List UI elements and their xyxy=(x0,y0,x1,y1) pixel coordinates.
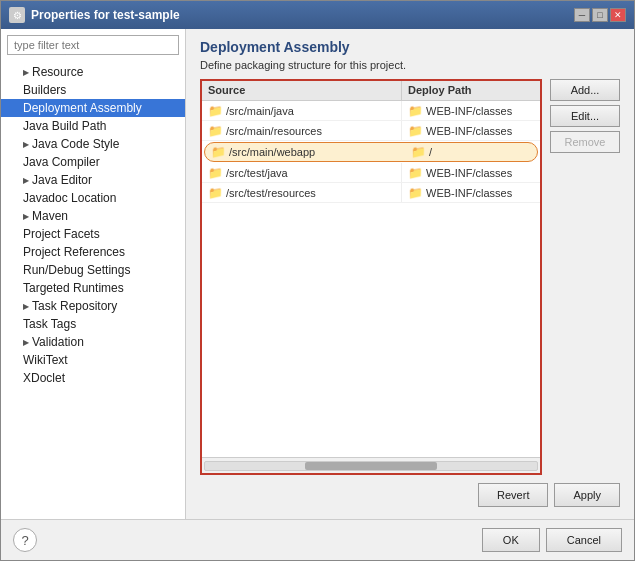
expand-arrow-maven: ▶ xyxy=(23,212,29,221)
folder-icon: 📁 xyxy=(411,145,426,159)
sidebar-item-run-debug-settings[interactable]: Run/Debug Settings xyxy=(1,261,185,279)
tree-area: ▶ Resource Builders Deployment Assembly … xyxy=(1,61,185,519)
sidebar-item-deployment-assembly[interactable]: Deployment Assembly xyxy=(1,99,185,117)
table-row[interactable]: 📁 /src/test/java 📁 WEB-INF/classes xyxy=(202,163,540,183)
table-with-buttons: Source Deploy Path 📁 /src/main/java xyxy=(200,79,620,475)
deploy-value: WEB-INF/classes xyxy=(426,125,512,137)
source-value: /src/main/resources xyxy=(226,125,322,137)
filter-input[interactable] xyxy=(7,35,179,55)
sidebar-item-java-compiler[interactable]: Java Compiler xyxy=(1,153,185,171)
table-container: Source Deploy Path 📁 /src/main/java xyxy=(200,79,620,509)
table-row[interactable]: 📁 /src/main/java 📁 WEB-INF/classes xyxy=(202,101,540,121)
sidebar-item-xdoclet[interactable]: XDoclet xyxy=(1,369,185,387)
folder-icon: 📁 xyxy=(208,104,223,118)
expand-arrow-je: ▶ xyxy=(23,176,29,185)
source-cell: 📁 /src/main/java xyxy=(202,101,402,120)
right-panel: Deployment Assembly Define packaging str… xyxy=(186,29,634,519)
deploy-cell: 📁 WEB-INF/classes xyxy=(402,183,540,202)
folder-icon: 📁 xyxy=(408,104,423,118)
footer-right: OK Cancel xyxy=(482,528,622,552)
expand-arrow-resource: ▶ xyxy=(23,68,29,77)
table-row[interactable]: 📁 /src/main/resources 📁 WEB-INF/classes xyxy=(202,121,540,141)
folder-icon: 📁 xyxy=(408,124,423,138)
sidebar-item-label: Task Tags xyxy=(23,317,76,331)
close-button[interactable]: ✕ xyxy=(610,8,626,22)
deploy-cell: 📁 WEB-INF/classes xyxy=(402,163,540,182)
sidebar-item-java-build-path[interactable]: Java Build Path xyxy=(1,117,185,135)
sidebar-item-label: Deployment Assembly xyxy=(23,101,142,115)
source-cell: 📁 /src/test/resources xyxy=(202,183,402,202)
properties-dialog: ⚙ Properties for test-sample ─ □ ✕ ▶ Res… xyxy=(0,0,635,561)
sidebar-item-label: WikiText xyxy=(23,353,68,367)
sidebar-item-label: Java Code Style xyxy=(32,137,119,151)
sidebar-item-label: Maven xyxy=(32,209,68,223)
table-row[interactable]: 📁 /src/test/resources 📁 WEB-INF/classes xyxy=(202,183,540,203)
help-button[interactable]: ? xyxy=(13,528,37,552)
folder-icon: 📁 xyxy=(408,166,423,180)
sidebar-item-validation[interactable]: ▶ Validation xyxy=(1,333,185,351)
deploy-value: / xyxy=(429,146,432,158)
sidebar-item-project-facets[interactable]: Project Facets xyxy=(1,225,185,243)
horizontal-scrollbar[interactable] xyxy=(204,461,538,471)
restore-button[interactable]: □ xyxy=(592,8,608,22)
apply-button[interactable]: Apply xyxy=(554,483,620,507)
sidebar-item-java-editor[interactable]: ▶ Java Editor xyxy=(1,171,185,189)
deploy-cell: 📁 WEB-INF/classes xyxy=(402,121,540,140)
sidebar-item-task-repository[interactable]: ▶ Task Repository xyxy=(1,297,185,315)
dialog-icon: ⚙ xyxy=(9,7,25,23)
folder-icon: 📁 xyxy=(208,186,223,200)
folder-icon: 📁 xyxy=(208,124,223,138)
sidebar-item-maven[interactable]: ▶ Maven xyxy=(1,207,185,225)
sidebar-item-java-code-style[interactable]: ▶ Java Code Style xyxy=(1,135,185,153)
cancel-button[interactable]: Cancel xyxy=(546,528,622,552)
deploy-cell: 📁 WEB-INF/classes xyxy=(402,101,540,120)
sidebar-item-label: Run/Debug Settings xyxy=(23,263,130,277)
section-title: Deployment Assembly xyxy=(200,39,620,55)
sidebar-item-resource[interactable]: ▶ Resource xyxy=(1,63,185,81)
scrollbar-thumb xyxy=(305,462,438,470)
deploy-value: WEB-INF/classes xyxy=(426,187,512,199)
sidebar-item-wikitext[interactable]: WikiText xyxy=(1,351,185,369)
sidebar-item-task-tags[interactable]: Task Tags xyxy=(1,315,185,333)
source-value: /src/main/java xyxy=(226,105,294,117)
sidebar-item-label: XDoclet xyxy=(23,371,65,385)
sidebar-item-targeted-runtimes[interactable]: Targeted Runtimes xyxy=(1,279,185,297)
ok-button[interactable]: OK xyxy=(482,528,540,552)
sidebar-item-label: Project References xyxy=(23,245,125,259)
sidebar-item-builders[interactable]: Builders xyxy=(1,81,185,99)
table-row-highlighted[interactable]: 📁 /src/main/webapp 📁 / xyxy=(204,142,538,162)
expand-arrow-validation: ▶ xyxy=(23,338,29,347)
window-controls: ─ □ ✕ xyxy=(574,8,626,22)
source-cell: 📁 /src/test/java xyxy=(202,163,402,182)
source-value: /src/main/webapp xyxy=(229,146,315,158)
deploy-cell: 📁 / xyxy=(405,143,537,161)
dialog-footer: ? OK Cancel xyxy=(1,519,634,560)
edit-button[interactable]: Edit... xyxy=(550,105,620,127)
section-description: Define packaging structure for this proj… xyxy=(200,59,620,71)
sidebar-item-label: Resource xyxy=(32,65,83,79)
sidebar-item-project-references[interactable]: Project References xyxy=(1,243,185,261)
minimize-button[interactable]: ─ xyxy=(574,8,590,22)
source-cell: 📁 /src/main/resources xyxy=(202,121,402,140)
folder-icon: 📁 xyxy=(408,186,423,200)
horizontal-scrollbar-row xyxy=(202,457,540,473)
assembly-table: Source Deploy Path 📁 /src/main/java xyxy=(200,79,542,475)
col-source-header: Source xyxy=(202,81,402,100)
sidebar-item-label: Targeted Runtimes xyxy=(23,281,124,295)
bottom-buttons: Revert Apply xyxy=(200,475,620,509)
table-header: Source Deploy Path xyxy=(202,81,540,101)
title-bar: ⚙ Properties for test-sample ─ □ ✕ xyxy=(1,1,634,29)
col-deploy-header: Deploy Path xyxy=(402,81,540,100)
left-panel: ▶ Resource Builders Deployment Assembly … xyxy=(1,29,186,519)
add-button[interactable]: Add... xyxy=(550,79,620,101)
remove-button[interactable]: Remove xyxy=(550,131,620,153)
side-buttons: Add... Edit... Remove xyxy=(550,79,620,475)
content-area: ▶ Resource Builders Deployment Assembly … xyxy=(1,29,634,519)
sidebar-item-label: Validation xyxy=(32,335,84,349)
deploy-value: WEB-INF/classes xyxy=(426,167,512,179)
sidebar-item-javadoc-location[interactable]: Javadoc Location xyxy=(1,189,185,207)
sidebar-item-label: Builders xyxy=(23,83,66,97)
revert-button[interactable]: Revert xyxy=(478,483,548,507)
sidebar-item-label: Java Build Path xyxy=(23,119,106,133)
table-body: 📁 /src/main/java 📁 WEB-INF/classes xyxy=(202,101,540,457)
